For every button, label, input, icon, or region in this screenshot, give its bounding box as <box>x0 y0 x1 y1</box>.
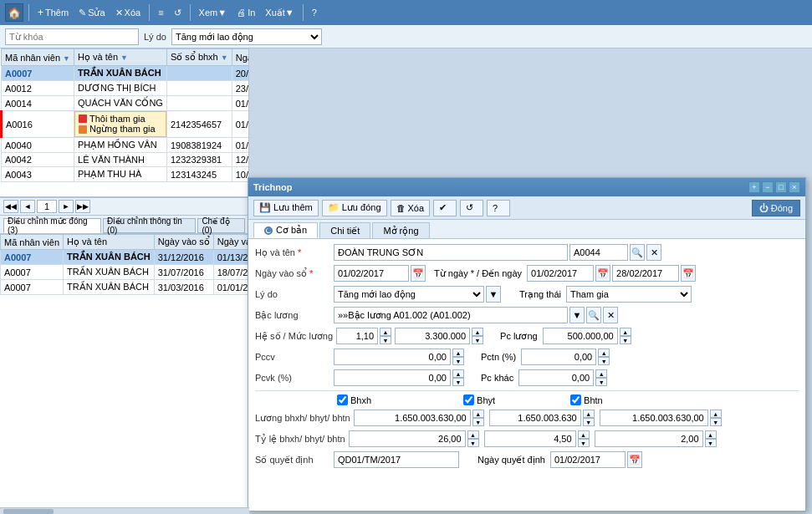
horizontal-scrollbar[interactable] <box>0 507 249 514</box>
luong-bhxh-spin-down[interactable]: ▼ <box>472 418 484 426</box>
pcvk-spin-down[interactable]: ▼ <box>452 378 464 386</box>
luong-bhyt-spin-down[interactable]: ▼ <box>583 418 595 426</box>
ngay-vao-so-input[interactable] <box>334 265 409 282</box>
dialog-help-button[interactable]: ? <box>487 200 510 216</box>
pc-luong-spin-up[interactable]: ▲ <box>620 328 631 336</box>
ty-le-bhxh-input[interactable] <box>349 430 466 447</box>
muc-luong-input[interactable] <box>395 328 470 344</box>
tab-chi-tiet[interactable]: Chi tiết <box>319 222 370 238</box>
pc-khac-spin-down[interactable]: ▼ <box>595 378 607 386</box>
bac-luong-search[interactable]: 🔍 <box>586 307 601 323</box>
dialog-restore-button[interactable]: □ <box>775 181 787 193</box>
search-input[interactable] <box>5 28 139 45</box>
ty-le-bhyt-input[interactable] <box>484 430 576 447</box>
ly-do-select[interactable]: Tăng mới lao động <box>171 28 322 45</box>
sub-table-row[interactable]: A0007 TRẦN XUÂN BÁCH 31/03/2016 01/01/2 <box>1 280 249 295</box>
bhyt-checkbox-label[interactable]: Bhyt <box>463 394 495 405</box>
ho-va-ten-input[interactable] <box>334 244 568 261</box>
den-ngay-input[interactable] <box>612 265 679 282</box>
last-page-button[interactable]: ▶▶ <box>75 200 90 213</box>
sub-table-row[interactable]: A0007 TRẦN XUÂN BÁCH 31/12/2016 01/13/2 <box>1 250 249 265</box>
table-row[interactable]: A0040 PHẠM HỒNG VÂN 1908381924 01/02/199… <box>2 138 249 153</box>
luong-bhtn-spin-up[interactable]: ▲ <box>710 410 722 418</box>
ty-le-bhyt-spin-down[interactable]: ▼ <box>578 439 590 447</box>
he-so-spin-up[interactable]: ▲ <box>380 328 391 336</box>
tab-che-do[interactable]: Chế độ (0) <box>197 218 245 233</box>
bhxh-checkbox[interactable] <box>337 394 348 405</box>
search-nv-button[interactable]: 🔍 <box>630 244 645 261</box>
ly-do-form-select[interactable]: Tăng mới lao động <box>334 286 484 303</box>
delete-button[interactable]: ✕ Xóa <box>112 6 145 20</box>
xoa-button[interactable]: 🗑 Xóa <box>391 200 431 216</box>
ty-le-bhxh-spin-down[interactable]: ▼ <box>467 439 479 447</box>
help-button[interactable]: ? <box>309 6 320 19</box>
den-ngay-calendar[interactable]: 📅 <box>681 265 696 282</box>
table-row[interactable]: A0007 TRẦN XUÂN BÁCH 20/06/1987 01 004 N… <box>2 66 249 81</box>
pctn-input[interactable] <box>521 349 596 365</box>
table-row[interactable]: A0014 QUÁCH VĂN CỔNG 01/08/1984 x 01 006… <box>2 96 249 111</box>
edit-button[interactable]: ✎ Sửa <box>75 6 108 20</box>
luong-bhyt-input[interactable] <box>489 410 581 426</box>
bac-luong-clear[interactable]: ✕ <box>603 307 618 323</box>
dialog-minimize-button[interactable]: − <box>762 181 774 193</box>
dialog-close-button[interactable]: × <box>789 181 800 193</box>
bhxh-checkbox-label[interactable]: Bhxh <box>337 394 371 405</box>
pccv-spin-up[interactable]: ▲ <box>452 349 464 357</box>
so-quyet-dinh-input[interactable] <box>334 451 459 468</box>
bhyt-checkbox[interactable] <box>463 394 474 405</box>
ngay-vao-so-calendar[interactable]: 📅 <box>411 265 426 282</box>
muc-luong-spin-up[interactable]: ▲ <box>472 328 483 336</box>
dialog-pin-button[interactable]: + <box>748 181 760 193</box>
bhtn-checkbox[interactable] <box>570 394 581 405</box>
refresh-button[interactable]: ↺ <box>171 6 185 20</box>
tu-ngay-input[interactable] <box>527 265 594 282</box>
pc-khac-input[interactable] <box>518 369 594 386</box>
ty-le-bhtn-input[interactable] <box>595 430 703 447</box>
luong-bhxh-spin-up[interactable]: ▲ <box>472 410 484 418</box>
luu-dong-button[interactable]: 📁 Lưu đóng <box>322 200 387 216</box>
luong-bhtn-spin-down[interactable]: ▼ <box>710 418 722 426</box>
dialog-refresh-button[interactable]: ↺ <box>460 200 483 216</box>
bac-luong-dropdown[interactable]: ▼ <box>569 307 585 323</box>
view-button[interactable]: Xem▼ <box>196 6 231 19</box>
luong-bhtn-input[interactable] <box>600 410 708 426</box>
table-row[interactable]: A0012 DƯƠNG THỊ BÍCH 23/12/1964 01 004 N… <box>2 81 249 96</box>
ty-le-bhxh-spin-up[interactable]: ▲ <box>467 430 479 439</box>
ly-do-dropdown[interactable]: ▼ <box>486 286 501 303</box>
luong-bhyt-spin-up[interactable]: ▲ <box>583 410 595 418</box>
pcvk-spin-up[interactable]: ▲ <box>452 369 464 378</box>
he-so-spin-down[interactable]: ▼ <box>380 336 391 344</box>
tab-dieu-chinh-thong-tin[interactable]: Điều chỉnh thông tin (0) <box>103 218 196 233</box>
print-button[interactable]: 🖨 In <box>233 6 258 19</box>
table-row[interactable]: A0043 PHẠM THU HÀ 123143245 10/09/1988 <box>2 167 249 182</box>
table-row[interactable]: A0042 LÊ VĂN THÀNH 1232329381 12/04/1988… <box>2 153 249 167</box>
ty-le-bhtn-spin-down[interactable]: ▼ <box>705 439 717 447</box>
table-row[interactable]: A0016 Thôi tham gia Ngừng tham gia <box>2 111 249 138</box>
trang-thai-select[interactable]: Tham gia <box>566 286 692 303</box>
clear-nv-button[interactable]: ✕ <box>646 244 661 261</box>
page-number-input[interactable] <box>37 200 57 213</box>
dong-button[interactable]: ⏻ Đóng <box>752 200 800 216</box>
ngay-quyet-dinh-input[interactable] <box>550 451 626 468</box>
first-page-button[interactable]: ◀◀ <box>3 200 18 213</box>
muc-luong-spin-down[interactable]: ▼ <box>472 336 483 344</box>
ty-le-bhtn-spin-up[interactable]: ▲ <box>705 430 717 439</box>
he-so-input[interactable] <box>336 328 378 344</box>
bac-luong-input[interactable] <box>334 307 568 323</box>
menu-button[interactable]: ≡ <box>155 6 166 19</box>
sub-table-row[interactable]: A0007 TRẦN XUÂN BÁCH 31/07/2016 18/07/2 <box>1 265 249 280</box>
tu-ngay-calendar[interactable]: 📅 <box>595 265 610 282</box>
luong-bhxh-input[interactable] <box>354 410 471 426</box>
pctn-spin-down[interactable]: ▼ <box>598 357 610 365</box>
tab-mo-rong[interactable]: Mở rộng <box>372 222 429 238</box>
next-page-button[interactable]: ► <box>59 200 74 213</box>
ty-le-bhyt-spin-up[interactable]: ▲ <box>578 430 590 439</box>
tab-co-ban[interactable]: Cơ bản <box>253 222 318 238</box>
prev-page-button[interactable]: ◄ <box>20 200 35 213</box>
export-button[interactable]: Xuất▼ <box>262 6 297 20</box>
pctn-spin-up[interactable]: ▲ <box>598 349 610 357</box>
pccv-spin-down[interactable]: ▼ <box>452 357 464 365</box>
pc-khac-spin-up[interactable]: ▲ <box>595 369 607 378</box>
bhtn-checkbox-label[interactable]: Bhtn <box>570 394 603 405</box>
confirm-button[interactable]: ✔ <box>433 200 457 216</box>
